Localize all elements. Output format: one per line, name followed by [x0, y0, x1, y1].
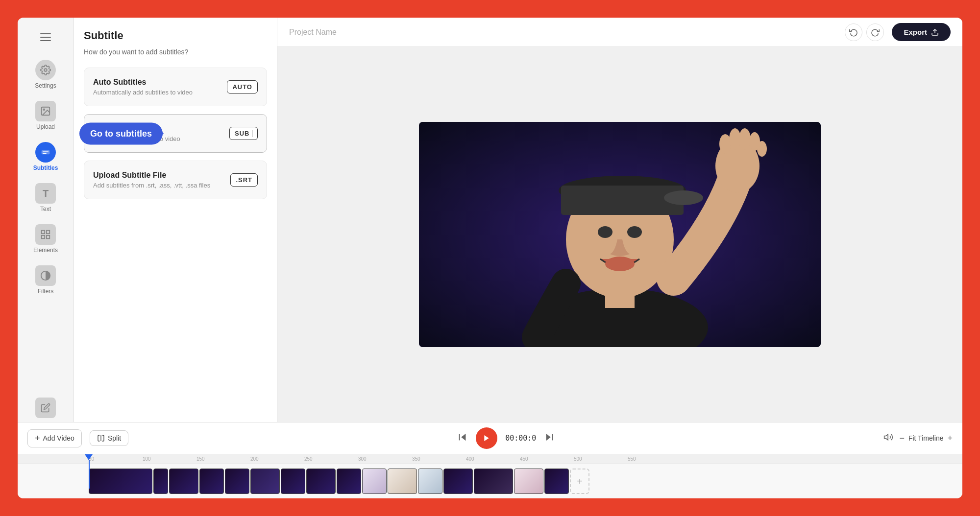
- split-icon: [97, 434, 105, 442]
- icon-sidebar: Settings Upload: [18, 18, 74, 422]
- timecode: 00:00:0: [505, 434, 536, 443]
- clip-4[interactable]: [199, 469, 224, 494]
- upload-subtitle-card[interactable]: Upload Subtitle File Add subtitles from …: [84, 161, 267, 199]
- volume-icon[interactable]: [883, 432, 893, 445]
- go-to-subtitles-tooltip: Go to subtitles: [79, 122, 163, 144]
- clip-6[interactable]: [250, 469, 280, 494]
- clip-5[interactable]: [225, 469, 249, 494]
- clip-1[interactable]: [89, 469, 152, 494]
- timeline-controls: + Add Video Split: [18, 422, 962, 454]
- svg-marker-32: [546, 433, 551, 441]
- clip-11[interactable]: [388, 469, 417, 494]
- clip-9[interactable]: [337, 469, 361, 494]
- clip-10[interactable]: [362, 469, 387, 494]
- undo-button[interactable]: [845, 23, 862, 41]
- svg-marker-29: [461, 433, 466, 441]
- ruler-mark-350: 350: [412, 456, 466, 462]
- redo-button[interactable]: [866, 23, 884, 41]
- manual-subtitles-card[interactable]: Go to subtitles Manual Subtitles Manuall…: [84, 114, 267, 153]
- sidebar-item-text[interactable]: T Text: [24, 179, 68, 216]
- video-header: Project Name: [277, 18, 962, 47]
- svg-point-24: [757, 141, 767, 157]
- play-button[interactable]: [476, 427, 497, 449]
- top-area: Settings Upload: [18, 18, 962, 422]
- clip-13[interactable]: [443, 469, 473, 494]
- sidebar-item-upload[interactable]: Upload: [24, 97, 68, 134]
- edit-icon: [35, 398, 56, 418]
- upload-subtitle-title: Upload Subtitle File: [93, 171, 210, 180]
- panel-question: How do you want to add subtitles?: [84, 48, 267, 56]
- export-button[interactable]: Export: [892, 23, 951, 41]
- svg-rect-7: [47, 231, 49, 234]
- auto-subtitles-text: Auto Subtitles Automatically add subtitl…: [93, 78, 193, 96]
- sidebar-item-filters[interactable]: Filters: [24, 261, 68, 299]
- auto-subtitles-card[interactable]: Auto Subtitles Automatically add subtitl…: [84, 68, 267, 106]
- zoom-out-button[interactable]: −: [899, 433, 905, 444]
- split-button[interactable]: Split: [90, 430, 128, 446]
- header-actions: Export: [845, 23, 951, 41]
- subtitles-icon: [35, 142, 56, 163]
- zoom-in-button[interactable]: +: [947, 433, 953, 444]
- svg-point-0: [44, 69, 47, 71]
- subtitle-panel: Subtitle How do you want to add subtitle…: [74, 18, 277, 422]
- settings-label: Settings: [35, 82, 56, 89]
- sidebar-item-subtitles[interactable]: Subtitles: [24, 138, 68, 175]
- sub-badge[interactable]: SUB: [229, 127, 258, 140]
- rewind-button[interactable]: [457, 432, 468, 445]
- clip-16[interactable]: [544, 469, 569, 494]
- svg-rect-6: [42, 231, 45, 234]
- sidebar-item-edit[interactable]: [24, 394, 68, 422]
- auto-badge[interactable]: AUTO: [227, 80, 258, 94]
- project-name[interactable]: Project Name: [289, 28, 337, 37]
- timeline-playhead[interactable]: [89, 454, 90, 498]
- svg-marker-31: [484, 435, 489, 441]
- fit-timeline-label: Fit Timeline: [908, 434, 944, 442]
- fastforward-button[interactable]: [544, 432, 555, 445]
- elements-icon: [35, 224, 56, 245]
- sidebar-item-elements[interactable]: Elements: [24, 220, 68, 258]
- upload-subtitle-text: Upload Subtitle File Add subtitles from …: [93, 171, 210, 189]
- srt-badge[interactable]: .SRT: [230, 173, 258, 187]
- elements-label: Elements: [33, 247, 58, 254]
- clip-8[interactable]: [306, 469, 336, 494]
- ruler-mark-450: 450: [520, 456, 574, 462]
- upload-label: Upload: [36, 123, 55, 130]
- timeline-ruler: 50 100 150 200 250 300 350 400 450 500 5…: [18, 454, 962, 464]
- add-video-button[interactable]: + Add Video: [27, 429, 82, 447]
- fit-timeline-control: − Fit Timeline +: [899, 433, 953, 444]
- clip-7[interactable]: [281, 469, 305, 494]
- ruler-mark-150: 150: [196, 456, 250, 462]
- add-icon: +: [35, 433, 40, 444]
- clip-14[interactable]: [474, 469, 513, 494]
- video-player[interactable]: [419, 122, 821, 347]
- svg-rect-8: [42, 235, 45, 238]
- bottom-area: + Add Video Split: [18, 422, 962, 498]
- svg-rect-18: [605, 288, 635, 308]
- svg-point-26: [627, 226, 642, 238]
- auto-subtitles-title: Auto Subtitles: [93, 78, 193, 87]
- ruler-mark-50: 50: [89, 456, 143, 462]
- clip-2[interactable]: [153, 469, 168, 494]
- svg-rect-9: [47, 235, 49, 238]
- text-label: Text: [40, 206, 51, 212]
- undo-redo-group: [845, 23, 884, 41]
- video-container: [277, 47, 962, 422]
- ruler-mark-300: 300: [358, 456, 412, 462]
- app-frame: Settings Upload: [18, 18, 962, 498]
- ruler-mark-250: 250: [304, 456, 358, 462]
- sidebar-item-settings[interactable]: Settings: [24, 56, 68, 93]
- clip-12[interactable]: [418, 469, 442, 494]
- add-clip-button[interactable]: +: [570, 469, 589, 494]
- svg-point-22: [739, 128, 751, 150]
- svg-point-2: [43, 109, 45, 110]
- filters-label: Filters: [38, 288, 54, 295]
- clip-3[interactable]: [169, 469, 198, 494]
- settings-icon: [35, 60, 56, 80]
- clip-15[interactable]: [514, 469, 543, 494]
- timeline-clips: +: [18, 464, 962, 498]
- svg-marker-34: [884, 434, 888, 440]
- ruler-mark-400: 400: [466, 456, 520, 462]
- video-content: [419, 122, 821, 347]
- hamburger-menu[interactable]: [36, 27, 55, 47]
- ruler-mark-100: 100: [143, 456, 196, 462]
